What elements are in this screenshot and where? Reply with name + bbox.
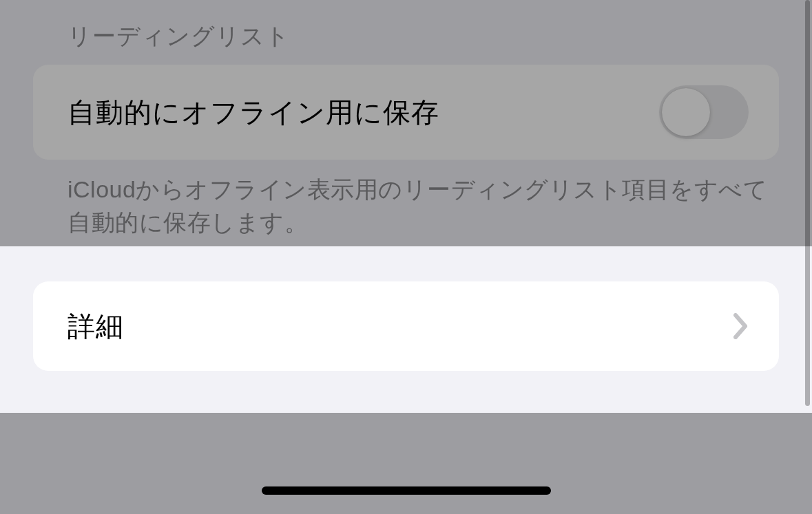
reading-list-group: 自動的にオフライン用に保存 (33, 65, 779, 160)
auto-save-offline-label: 自動的にオフライン用に保存 (67, 94, 439, 131)
home-indicator[interactable] (262, 486, 551, 495)
chevron-right-icon (733, 313, 749, 339)
toggle-knob (662, 88, 710, 136)
advanced-label: 詳細 (67, 308, 124, 345)
scrollbar[interactable] (805, 0, 810, 406)
auto-save-offline-row[interactable]: 自動的にオフライン用に保存 (33, 65, 779, 160)
reading-list-section-header: リーディングリスト (0, 0, 812, 65)
advanced-row[interactable]: 詳細 (33, 281, 779, 371)
auto-save-offline-toggle[interactable] (659, 85, 749, 139)
advanced-group: 詳細 (33, 281, 779, 371)
reading-list-footer: iCloudからオフライン表示用のリーディングリスト項目をすべて自動的に保存しま… (0, 160, 812, 253)
